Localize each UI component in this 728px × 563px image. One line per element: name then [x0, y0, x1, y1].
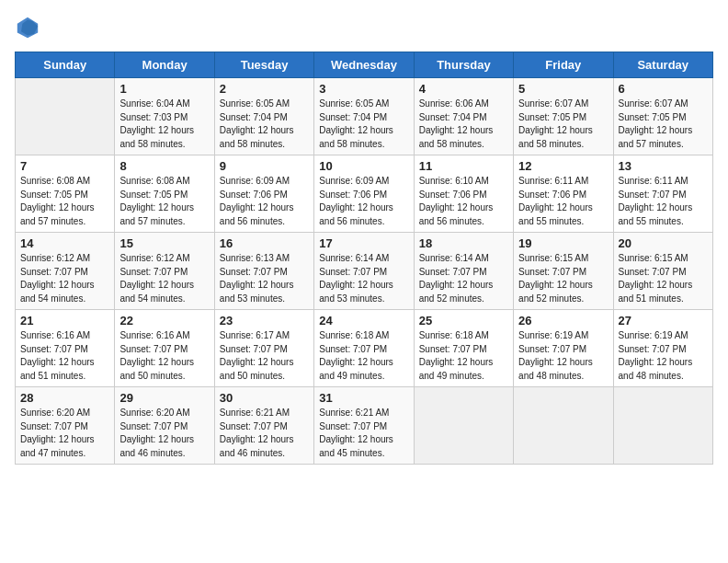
weekday-thursday: Thursday [414, 52, 513, 78]
calendar-cell [514, 387, 613, 465]
day-info: Sunrise: 6:05 AM Sunset: 7:04 PM Dayligh… [319, 98, 408, 151]
day-info: Sunrise: 6:14 AM Sunset: 7:07 PM Dayligh… [319, 252, 408, 305]
page-header [15, 15, 713, 40]
calendar-cell: 1Sunrise: 6:04 AM Sunset: 7:03 PM Daylig… [115, 78, 214, 155]
calendar-body: 1Sunrise: 6:04 AM Sunset: 7:03 PM Daylig… [16, 78, 713, 465]
calendar-week-4: 21Sunrise: 6:16 AM Sunset: 7:07 PM Dayli… [16, 310, 713, 387]
weekday-friday: Friday [514, 52, 613, 78]
day-number: 24 [319, 314, 408, 327]
day-info: Sunrise: 6:18 AM Sunset: 7:07 PM Dayligh… [319, 329, 408, 383]
day-info: Sunrise: 6:10 AM Sunset: 7:06 PM Dayligh… [419, 175, 508, 228]
calendar-cell: 29Sunrise: 6:20 AM Sunset: 7:07 PM Dayli… [115, 387, 214, 465]
day-info: Sunrise: 6:20 AM Sunset: 7:07 PM Dayligh… [20, 407, 109, 460]
day-number: 8 [119, 159, 209, 173]
day-number: 11 [419, 159, 508, 173]
day-info: Sunrise: 6:21 AM Sunset: 7:07 PM Dayligh… [319, 407, 408, 460]
calendar-header: SundayMondayTuesdayWednesdayThursdayFrid… [16, 52, 713, 78]
day-info: Sunrise: 6:12 AM Sunset: 7:07 PM Dayligh… [20, 252, 109, 305]
day-info: Sunrise: 6:20 AM Sunset: 7:07 PM Dayligh… [119, 407, 209, 460]
calendar-cell: 7Sunrise: 6:08 AM Sunset: 7:05 PM Daylig… [16, 155, 115, 233]
weekday-saturday: Saturday [613, 52, 712, 78]
calendar-cell: 16Sunrise: 6:13 AM Sunset: 7:07 PM Dayli… [214, 233, 313, 310]
day-number: 28 [20, 391, 109, 405]
day-info: Sunrise: 6:21 AM Sunset: 7:07 PM Dayligh… [220, 407, 309, 460]
day-number: 4 [419, 82, 508, 96]
calendar-cell: 25Sunrise: 6:18 AM Sunset: 7:07 PM Dayli… [414, 310, 513, 387]
day-number: 30 [220, 391, 309, 405]
day-number: 26 [518, 314, 608, 327]
calendar-cell: 20Sunrise: 6:15 AM Sunset: 7:07 PM Dayli… [613, 233, 712, 310]
calendar-cell: 9Sunrise: 6:09 AM Sunset: 7:06 PM Daylig… [214, 155, 313, 233]
day-info: Sunrise: 6:07 AM Sunset: 7:05 PM Dayligh… [518, 98, 608, 151]
weekday-wednesday: Wednesday [314, 52, 414, 78]
calendar-cell [16, 78, 115, 155]
day-number: 1 [119, 82, 209, 96]
day-info: Sunrise: 6:07 AM Sunset: 7:05 PM Dayligh… [619, 98, 708, 151]
day-info: Sunrise: 6:16 AM Sunset: 7:07 PM Dayligh… [119, 329, 209, 383]
day-info: Sunrise: 6:17 AM Sunset: 7:07 PM Dayligh… [220, 329, 309, 383]
day-info: Sunrise: 6:11 AM Sunset: 7:07 PM Dayligh… [619, 175, 708, 228]
weekday-monday: Monday [115, 52, 214, 78]
calendar-cell: 30Sunrise: 6:21 AM Sunset: 7:07 PM Dayli… [214, 387, 313, 465]
calendar-week-5: 28Sunrise: 6:20 AM Sunset: 7:07 PM Dayli… [16, 387, 713, 465]
logo [15, 15, 44, 40]
day-info: Sunrise: 6:19 AM Sunset: 7:07 PM Dayligh… [619, 329, 708, 383]
calendar-cell: 27Sunrise: 6:19 AM Sunset: 7:07 PM Dayli… [613, 310, 712, 387]
calendar-cell: 15Sunrise: 6:12 AM Sunset: 7:07 PM Dayli… [115, 233, 214, 310]
day-info: Sunrise: 6:04 AM Sunset: 7:03 PM Dayligh… [119, 98, 209, 151]
calendar-cell: 28Sunrise: 6:20 AM Sunset: 7:07 PM Dayli… [16, 387, 115, 465]
day-info: Sunrise: 6:05 AM Sunset: 7:04 PM Dayligh… [220, 98, 309, 151]
day-info: Sunrise: 6:12 AM Sunset: 7:07 PM Dayligh… [119, 252, 209, 305]
calendar-cell: 10Sunrise: 6:09 AM Sunset: 7:06 PM Dayli… [314, 155, 414, 233]
day-number: 27 [619, 314, 708, 327]
day-info: Sunrise: 6:06 AM Sunset: 7:04 PM Dayligh… [419, 98, 508, 151]
day-info: Sunrise: 6:19 AM Sunset: 7:07 PM Dayligh… [518, 329, 608, 383]
day-number: 9 [220, 159, 309, 173]
calendar-cell: 11Sunrise: 6:10 AM Sunset: 7:06 PM Dayli… [414, 155, 513, 233]
calendar-week-2: 7Sunrise: 6:08 AM Sunset: 7:05 PM Daylig… [16, 155, 713, 233]
day-number: 18 [419, 236, 508, 250]
day-number: 7 [20, 159, 109, 173]
day-number: 2 [220, 82, 309, 96]
calendar-cell: 18Sunrise: 6:14 AM Sunset: 7:07 PM Dayli… [414, 233, 513, 310]
day-number: 5 [518, 82, 608, 96]
day-info: Sunrise: 6:15 AM Sunset: 7:07 PM Dayligh… [518, 252, 608, 305]
calendar-week-3: 14Sunrise: 6:12 AM Sunset: 7:07 PM Dayli… [16, 233, 713, 310]
day-number: 31 [319, 391, 408, 405]
calendar-cell [613, 387, 712, 465]
calendar-cell: 31Sunrise: 6:21 AM Sunset: 7:07 PM Dayli… [314, 387, 414, 465]
weekday-sunday: Sunday [16, 52, 115, 78]
day-info: Sunrise: 6:13 AM Sunset: 7:07 PM Dayligh… [220, 252, 309, 305]
calendar-cell: 17Sunrise: 6:14 AM Sunset: 7:07 PM Dayli… [314, 233, 414, 310]
day-number: 14 [20, 236, 109, 250]
day-info: Sunrise: 6:15 AM Sunset: 7:07 PM Dayligh… [619, 252, 708, 305]
calendar-cell: 24Sunrise: 6:18 AM Sunset: 7:07 PM Dayli… [314, 310, 414, 387]
calendar-cell: 8Sunrise: 6:08 AM Sunset: 7:05 PM Daylig… [115, 155, 214, 233]
day-number: 29 [119, 391, 209, 405]
calendar-table: SundayMondayTuesdayWednesdayThursdayFrid… [15, 52, 713, 465]
day-number: 16 [220, 236, 309, 250]
day-info: Sunrise: 6:14 AM Sunset: 7:07 PM Dayligh… [419, 252, 508, 305]
calendar-cell: 4Sunrise: 6:06 AM Sunset: 7:04 PM Daylig… [414, 78, 513, 155]
day-info: Sunrise: 6:09 AM Sunset: 7:06 PM Dayligh… [220, 175, 309, 228]
day-number: 19 [518, 236, 608, 250]
calendar-cell: 12Sunrise: 6:11 AM Sunset: 7:06 PM Dayli… [514, 155, 613, 233]
day-info: Sunrise: 6:08 AM Sunset: 7:05 PM Dayligh… [119, 175, 209, 228]
calendar-cell: 26Sunrise: 6:19 AM Sunset: 7:07 PM Dayli… [514, 310, 613, 387]
calendar-cell: 19Sunrise: 6:15 AM Sunset: 7:07 PM Dayli… [514, 233, 613, 310]
calendar-week-1: 1Sunrise: 6:04 AM Sunset: 7:03 PM Daylig… [16, 78, 713, 155]
day-info: Sunrise: 6:11 AM Sunset: 7:06 PM Dayligh… [518, 175, 608, 228]
day-number: 6 [619, 82, 708, 96]
calendar-cell: 22Sunrise: 6:16 AM Sunset: 7:07 PM Dayli… [115, 310, 214, 387]
day-number: 20 [619, 236, 708, 250]
calendar-cell: 14Sunrise: 6:12 AM Sunset: 7:07 PM Dayli… [16, 233, 115, 310]
logo-icon [15, 15, 40, 40]
calendar-cell: 6Sunrise: 6:07 AM Sunset: 7:05 PM Daylig… [613, 78, 712, 155]
calendar-cell: 5Sunrise: 6:07 AM Sunset: 7:05 PM Daylig… [514, 78, 613, 155]
day-number: 12 [518, 159, 608, 173]
day-info: Sunrise: 6:16 AM Sunset: 7:07 PM Dayligh… [20, 329, 109, 383]
day-number: 22 [119, 314, 209, 327]
day-number: 3 [319, 82, 408, 96]
weekday-tuesday: Tuesday [214, 52, 313, 78]
day-number: 13 [619, 159, 708, 173]
